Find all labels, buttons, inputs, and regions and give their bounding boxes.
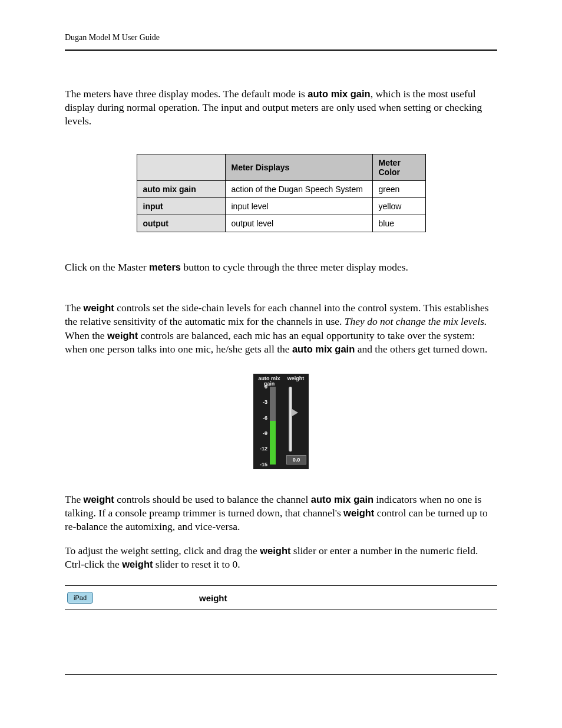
text: and the others get turned down.	[355, 343, 487, 355]
bold-auto-mix-gain: auto mix gain	[308, 88, 370, 99]
text: The	[65, 302, 84, 314]
text: button to cycle through the three meter …	[181, 261, 408, 273]
ipad-note-row: iPad weight	[65, 585, 497, 610]
meter-scale-ticks: 0 -3 -6 -9 -12 -15	[256, 387, 267, 465]
row-displays: action of the Dugan Speech System	[225, 181, 372, 198]
bold-weight: weight	[260, 545, 290, 556]
row-color: blue	[372, 215, 425, 232]
paragraph-weight-intro: The weight controls set the side-chain l…	[65, 301, 497, 355]
weight-slider-thumb[interactable]	[292, 409, 298, 416]
row-color: yellow	[372, 198, 425, 215]
tick: -9	[256, 430, 267, 436]
table-header-row: Meter Displays Meter Color	[137, 154, 425, 181]
tick: -3	[256, 399, 267, 405]
meter-display-table: Meter Displays Meter Color auto mix gain…	[137, 154, 426, 232]
text: Click on the Master	[65, 261, 149, 273]
bold-weight: weight	[84, 302, 114, 313]
weight-meter-figure: auto mix gain weight 0 -3 -6 -9 -12 -15 …	[253, 374, 309, 469]
running-header: Dugan Model M User Guide	[65, 33, 497, 51]
table-header-color: Meter Color	[372, 154, 425, 181]
footer-rule	[65, 674, 497, 675]
weight-readout[interactable]: 0.0	[286, 455, 306, 465]
ipad-badge: iPad	[67, 592, 93, 604]
figure-label-weight: weight	[285, 376, 306, 387]
paragraph-weight-adjust: To adjust the weight setting, click and …	[65, 544, 497, 571]
tick: 0	[256, 384, 267, 390]
paragraph-meters-click: Click on the Master meters button to cyc…	[65, 261, 497, 274]
bold-meters: meters	[149, 262, 181, 272]
tick: -6	[256, 415, 267, 421]
paragraph-weight-balance: The weight controls should be used to ba…	[65, 493, 497, 533]
row-label: input	[137, 198, 225, 215]
tick: -12	[256, 446, 267, 452]
gain-meter-fill	[270, 421, 276, 465]
bold-auto-mix-gain: auto mix gain	[292, 344, 355, 354]
table-row: input input level yellow	[137, 198, 425, 215]
row-displays: input level	[225, 198, 372, 215]
weight-slider-track[interactable]	[289, 387, 292, 452]
paragraph-meters-intro: The meters have three display modes. The…	[65, 87, 497, 128]
text: The	[65, 493, 84, 505]
bold-weight: weight	[343, 508, 374, 518]
bold-weight: weight	[107, 330, 138, 341]
table-row: auto mix gain action of the Dugan Speech…	[137, 181, 425, 198]
table-header-empty	[137, 154, 225, 181]
text: The meters have three display modes. The…	[65, 88, 308, 100]
bold-weight: weight	[122, 559, 153, 569]
ipad-note-text: weight	[199, 593, 227, 603]
text: To adjust the weight setting, click and …	[65, 545, 260, 556]
bold-auto-mix-gain: auto mix gain	[311, 494, 373, 505]
table-header-displays: Meter Displays	[225, 154, 372, 181]
row-color: green	[372, 181, 425, 198]
row-label: auto mix gain	[137, 181, 225, 198]
table-row: output output level blue	[137, 215, 425, 232]
text: slider to reset it to 0.	[153, 558, 240, 570]
bold-weight: weight	[84, 494, 114, 505]
tick: -15	[256, 462, 267, 467]
text: When the	[65, 330, 107, 341]
row-label: output	[137, 215, 225, 232]
italic-note: They do not change the mix levels.	[345, 315, 487, 327]
row-displays: output level	[225, 215, 372, 232]
text: controls should be used to balance the c…	[114, 493, 311, 505]
